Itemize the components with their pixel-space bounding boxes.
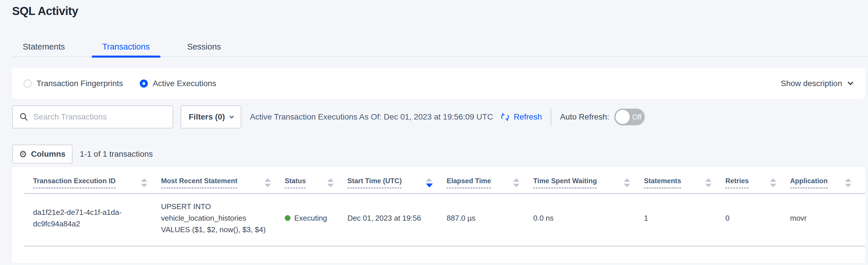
sort-icon[interactable] xyxy=(770,178,776,187)
radio-unselected-icon[interactable] xyxy=(24,80,32,87)
tab-sessions[interactable]: Sessions xyxy=(177,37,232,56)
view-options-card: Transaction Fingerprints Active Executio… xyxy=(12,68,865,99)
sort-icon[interactable] xyxy=(141,178,147,187)
header-statements[interactable]: Statements xyxy=(644,177,725,188)
view-mode-radio-group: Transaction Fingerprints Active Executio… xyxy=(24,79,216,88)
transactions-table-card: Transaction Execution ID Most Recent Sta… xyxy=(12,167,865,263)
radio-active-executions[interactable]: Active Executions xyxy=(140,79,216,88)
status-badge: Executing xyxy=(294,212,327,224)
chevron-down-icon xyxy=(847,80,853,85)
gear-icon: ⚙ xyxy=(19,150,27,159)
result-count: 1-1 of 1 transactions xyxy=(80,150,153,159)
tab-statements[interactable]: Statements xyxy=(12,37,75,56)
chevron-down-icon xyxy=(229,114,234,118)
radio-label: Transaction Fingerprints xyxy=(36,79,123,88)
page-title: SQL Activity xyxy=(12,5,78,18)
search-box[interactable] xyxy=(12,105,173,129)
filters-button[interactable]: Filters (0) xyxy=(181,105,241,129)
status-dot-icon xyxy=(285,215,290,221)
sort-icon[interactable] xyxy=(327,178,334,187)
search-icon xyxy=(19,112,29,122)
vertical-divider xyxy=(551,109,551,125)
sort-icon[interactable] xyxy=(624,178,630,187)
show-description-button[interactable]: Show description xyxy=(781,79,852,88)
show-description-label: Show description xyxy=(781,79,842,88)
radio-transaction-fingerprints[interactable]: Transaction Fingerprints xyxy=(24,79,123,88)
cell-statements: 1 xyxy=(644,212,725,224)
header-most-recent-statement[interactable]: Most Recent Statement xyxy=(161,177,285,188)
sort-icon[interactable] xyxy=(705,178,712,187)
radio-label: Active Executions xyxy=(153,79,216,88)
controls-row: Filters (0) Active Transaction Execution… xyxy=(12,105,865,129)
sort-icon[interactable] xyxy=(513,178,520,187)
header-application[interactable]: Application xyxy=(790,177,865,188)
cell-retries: 0 xyxy=(725,212,790,224)
cell-application: movr xyxy=(790,212,865,224)
refresh-button[interactable]: Refresh xyxy=(500,112,542,122)
radio-selected-icon[interactable] xyxy=(140,80,148,87)
refresh-label: Refresh xyxy=(514,112,542,122)
toggle-knob[interactable] xyxy=(616,110,630,124)
sort-icon[interactable] xyxy=(265,178,271,187)
search-input[interactable] xyxy=(33,112,168,122)
cell-elapsed-time: 887.0 µs xyxy=(447,212,533,224)
tab-transactions[interactable]: Transactions xyxy=(92,37,160,56)
header-retries[interactable]: Retries xyxy=(725,177,790,188)
header-elapsed-time[interactable]: Elapsed Time xyxy=(447,177,533,188)
columns-label: Columns xyxy=(31,150,66,159)
filters-label: Filters (0) xyxy=(189,112,225,122)
toggle-state-label: Off xyxy=(632,113,642,121)
cell-start-time: Dec 01, 2023 at 19:56 xyxy=(347,212,447,224)
cell-most-recent-statement: UPSERT INTO vehicle_location_histories V… xyxy=(161,201,285,235)
sort-icon[interactable] xyxy=(845,178,851,187)
sort-icon-active-desc[interactable] xyxy=(426,178,433,187)
table-row: da1f21e2-de71-4c1f-a1da-dc9fc94a84a2 UPS… xyxy=(24,194,865,246)
header-transaction-execution-id[interactable]: Transaction Execution ID xyxy=(24,177,161,188)
columns-button[interactable]: ⚙ Columns xyxy=(12,144,72,164)
cell-time-spent-waiting: 0.0 ns xyxy=(533,212,644,224)
cell-status: Executing xyxy=(285,212,347,224)
header-status[interactable]: Status xyxy=(285,177,347,188)
header-time-spent-waiting[interactable]: Time Spent Waiting xyxy=(533,177,644,188)
auto-refresh-toggle[interactable]: Off xyxy=(614,109,645,125)
cell-transaction-execution-id[interactable]: da1f21e2-de71-4c1f-a1da-dc9fc94a84a2 xyxy=(24,207,161,230)
table-header-row: Transaction Execution ID Most Recent Sta… xyxy=(24,167,865,194)
auto-refresh-label: Auto Refresh: xyxy=(560,112,609,122)
header-start-time[interactable]: Start Time (UTC) xyxy=(347,177,447,188)
columns-row: ⚙ Columns 1-1 of 1 transactions xyxy=(12,144,153,164)
refresh-icon xyxy=(500,112,510,122)
tabs-bar: Statements Transactions Sessions xyxy=(12,37,868,57)
as-of-timestamp: Active Transaction Executions As Of: Dec… xyxy=(250,112,493,122)
